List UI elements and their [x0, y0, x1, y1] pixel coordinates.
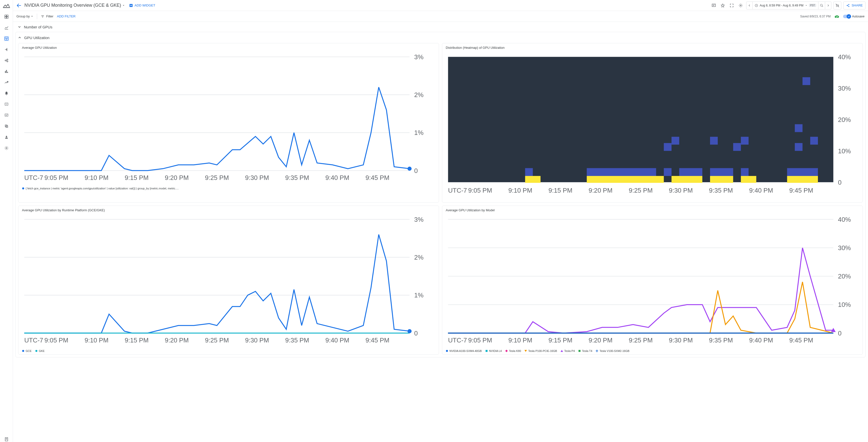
section-title: Number of GPUs — [24, 25, 52, 29]
svg-text:9:05 PM: 9:05 PM — [468, 187, 492, 194]
nav-integrations-icon[interactable] — [4, 47, 9, 52]
svg-point-24 — [6, 147, 7, 149]
svg-rect-1 — [5, 15, 6, 16]
nav-uptime-icon[interactable] — [4, 102, 9, 107]
legend-item[interactable]: Tesla P4 — [561, 349, 575, 352]
monitoring-logo-icon — [3, 3, 10, 8]
section-gpu-utilization-header[interactable]: GPU Utilization — [16, 32, 865, 43]
svg-rect-14 — [6, 70, 7, 73]
time-range-text: Aug 8, 8:59 PM - Aug 8, 9:49 PM — [760, 4, 803, 7]
nav-settings-icon[interactable] — [4, 145, 9, 151]
back-button[interactable] — [16, 2, 23, 9]
legend-item-label: Tesla P100-PCIE-16GB — [528, 349, 557, 352]
filter-button[interactable]: Filter — [41, 14, 53, 18]
svg-rect-85 — [672, 176, 702, 183]
nav-slo-icon[interactable] — [4, 58, 9, 63]
svg-rect-93 — [710, 168, 733, 176]
nav-metrics-icon[interactable] — [4, 25, 9, 30]
svg-rect-147 — [486, 350, 488, 352]
svg-rect-2 — [6, 15, 8, 16]
svg-text:0: 0 — [414, 330, 418, 337]
section-number-of-gpus[interactable]: Number of GPUs — [16, 22, 866, 32]
auto-refresh-toggle[interactable] — [833, 1, 841, 9]
group-by-dropdown[interactable]: Group by — [17, 14, 33, 18]
dashboard-title[interactable]: NVIDIA GPU Monitoring Overview (GCE & GK… — [24, 3, 125, 8]
svg-rect-86 — [710, 176, 733, 183]
legend-item[interactable]: Tesla V100-SXM2-16GB — [596, 349, 629, 352]
svg-text:9:05 PM: 9:05 PM — [44, 174, 68, 181]
svg-text:30%: 30% — [838, 244, 851, 251]
time-prev-button[interactable] — [746, 2, 752, 9]
nav-explorer-icon[interactable] — [4, 80, 9, 85]
svg-rect-0 — [3, 7, 10, 8]
legend-item[interactable]: NVIDIA A100-SXM4-40GB — [446, 349, 482, 352]
star-button[interactable] — [719, 2, 726, 9]
chart-plot-area[interactable]: 010%20%30%40%UTC-79:05 PM9:10 PM9:15 PM9… — [442, 51, 863, 200]
add-filter-button[interactable]: ADD FILTER — [57, 14, 75, 18]
time-zoom-button[interactable] — [818, 2, 825, 9]
legend-item[interactable]: GCE — [22, 349, 32, 352]
legend-item[interactable]: Tesla T4 — [578, 349, 592, 352]
legend-item-label: NVIDIA L4 — [489, 349, 502, 352]
legend-item-label: NVIDIA A100-SXM4-40GB — [450, 349, 482, 352]
svg-rect-95 — [787, 168, 818, 176]
autosave-toggle[interactable] — [843, 15, 850, 18]
svg-rect-96 — [664, 143, 672, 151]
nav-user-icon[interactable] — [4, 134, 9, 140]
legend-item-label: GCE — [26, 349, 32, 352]
nav-alerting-icon[interactable] — [4, 91, 9, 96]
time-range-picker: Aug 8, 8:59 PM - Aug 8, 9:49 PM PST — [746, 1, 831, 9]
chart-card-avg-util: Average GPU Utilization 01%2%3%UTC-79:05… — [18, 43, 439, 203]
svg-text:9:40 PM: 9:40 PM — [749, 187, 773, 194]
autosave-label: Autosave — [852, 15, 865, 18]
chart-card-heatmap: Distribution (Heatmap) of GPU Utilizatio… — [442, 43, 863, 203]
svg-rect-97 — [672, 137, 679, 145]
svg-text:9:20 PM: 9:20 PM — [165, 337, 189, 344]
settings-button[interactable] — [737, 2, 744, 9]
fullscreen-button[interactable] — [728, 2, 735, 9]
chart-plot-area[interactable]: 01%2%3%UTC-79:05 PM9:10 PM9:15 PM9:20 PM… — [19, 51, 439, 186]
svg-text:20%: 20% — [838, 116, 851, 123]
comments-button[interactable] — [710, 2, 717, 9]
legend-item[interactable]: NVIDIA L4 — [485, 349, 502, 352]
legend-item-label: GKE — [39, 349, 44, 352]
share-button[interactable]: SHARE — [843, 1, 866, 9]
legend-item-label: Tesla T4 — [582, 349, 592, 352]
nav-bars-icon[interactable] — [4, 69, 9, 74]
title-dropdown-icon — [122, 4, 125, 7]
svg-text:1%: 1% — [414, 292, 424, 299]
filter-icon — [41, 15, 44, 18]
svg-rect-92 — [679, 168, 702, 176]
nav-notes-icon[interactable] — [4, 437, 9, 442]
svg-point-123 — [408, 329, 411, 333]
nav-overview-icon[interactable] — [4, 14, 9, 20]
svg-text:0: 0 — [838, 330, 842, 337]
chart-card-platform: Average GPU Utilization by Runtime Platf… — [18, 206, 439, 355]
svg-rect-88 — [787, 176, 818, 183]
svg-line-37 — [822, 6, 823, 7]
chart-legend: NVIDIA A100-SXM4-40GBNVIDIA L4Tesla K80T… — [442, 348, 863, 352]
cloud-saved-icon — [834, 14, 840, 19]
svg-rect-90 — [587, 168, 656, 176]
svg-text:9:15 PM: 9:15 PM — [125, 174, 149, 181]
chevron-down-icon — [31, 15, 33, 18]
svg-rect-13 — [5, 71, 6, 73]
legend-item[interactable]: Tesla K80 — [505, 349, 521, 352]
legend-item[interactable]: GKE — [35, 349, 44, 352]
svg-rect-20 — [5, 114, 8, 116]
svg-point-65 — [408, 167, 411, 171]
legend-item[interactable]: Tesla P100-PCIE-16GB — [524, 349, 557, 352]
time-range-button[interactable]: Aug 8, 8:59 PM - Aug 8, 9:49 PM PST — [753, 2, 818, 9]
svg-point-124 — [22, 350, 24, 352]
svg-text:40%: 40% — [838, 216, 851, 223]
nav-dashboards-icon[interactable] — [4, 36, 9, 41]
svg-rect-67 — [448, 57, 833, 182]
svg-text:UTC-7: UTC-7 — [24, 174, 43, 181]
chart-plot-area[interactable]: 010%20%30%40%UTC-79:05 PM9:10 PM9:15 PM9… — [442, 213, 863, 348]
add-widget-button[interactable]: ADD WIDGET — [127, 2, 157, 8]
time-next-button[interactable] — [825, 2, 831, 9]
chart-plot-area[interactable]: 01%2%3%UTC-79:05 PM9:10 PM9:15 PM9:20 PM… — [19, 213, 439, 348]
timezone-badge: PST — [809, 4, 816, 7]
nav-groups-icon[interactable] — [4, 124, 9, 129]
nav-synthetic-icon[interactable] — [4, 112, 9, 118]
